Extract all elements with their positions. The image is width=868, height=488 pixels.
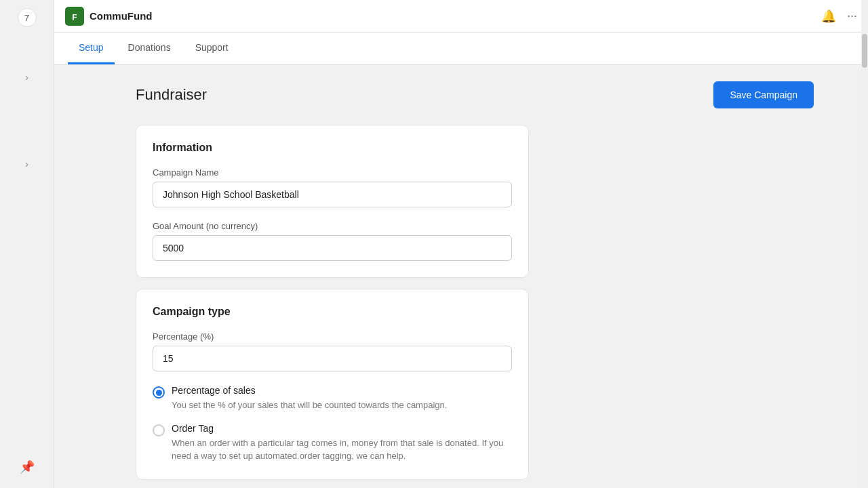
radio-order-tag-label: Order Tag (172, 423, 512, 434)
tab-support[interactable]: Support (184, 33, 239, 64)
logo-text: CommuFund (90, 10, 152, 22)
page-title: Fundraiser (136, 86, 207, 104)
radio-order-tag-desc: When an order with a particular tag come… (172, 436, 512, 463)
logo-area: F CommuFund (65, 7, 152, 26)
tab-donations[interactable]: Donations (117, 33, 182, 64)
percentage-label: Percentage (%) (153, 331, 512, 342)
more-options-icon[interactable]: ··· (847, 9, 857, 23)
tab-setup[interactable]: Setup (68, 33, 115, 64)
information-card-title: Information (153, 142, 512, 154)
radio-option-order-tag[interactable]: Order Tag When an order with a particula… (153, 423, 512, 463)
radio-percentage-content: Percentage of sales You set the % of you… (172, 385, 447, 412)
page-header: Fundraiser Save Campaign (136, 81, 814, 108)
sidebar-expand-top[interactable]: › (21, 68, 33, 87)
notification-icon[interactable]: 🔔 (821, 9, 836, 24)
goal-amount-group: Goal Amount (no currency) (153, 221, 512, 261)
campaign-name-label: Campaign Name (153, 167, 512, 178)
goal-amount-label: Goal Amount (no currency) (153, 221, 512, 231)
radio-percentage-desc: You set the % of your sales that will be… (172, 399, 447, 412)
scrollbar-thumb[interactable] (862, 34, 867, 68)
radio-order-tag-btn[interactable] (153, 424, 165, 436)
goal-amount-input[interactable] (153, 235, 512, 261)
save-campaign-button[interactable]: Save Campaign (713, 81, 814, 108)
information-card: Information Campaign Name Goal Amount (n… (136, 125, 529, 278)
campaign-name-group: Campaign Name (153, 167, 512, 207)
campaign-type-card: Campaign type Percentage (%) Percentage … (136, 289, 529, 480)
top-bar: F CommuFund 🔔 ··· (54, 0, 868, 33)
sidebar-expand-bottom[interactable]: › (21, 155, 33, 174)
svg-text:F: F (72, 13, 77, 22)
logo-icon: F (65, 7, 84, 26)
pin-icon[interactable]: 📌 (20, 460, 35, 474)
page-content: Fundraiser Save Campaign Information Cam… (54, 65, 868, 488)
radio-percentage-btn[interactable] (153, 386, 165, 399)
sidebar-badge: 7 (18, 8, 37, 27)
campaign-type-title: Campaign type (153, 306, 512, 318)
percentage-group: Percentage (%) (153, 331, 512, 371)
campaign-name-input[interactable] (153, 182, 512, 207)
scrollbar-track[interactable] (861, 0, 868, 488)
radio-order-tag-content: Order Tag When an order with a particula… (172, 423, 512, 463)
radio-percentage-label: Percentage of sales (172, 385, 447, 396)
top-bar-actions: 🔔 ··· (821, 9, 857, 24)
radio-option-percentage[interactable]: Percentage of sales You set the % of you… (153, 385, 512, 412)
percentage-input[interactable] (153, 346, 512, 371)
nav-tabs: Setup Donations Support (54, 33, 868, 65)
